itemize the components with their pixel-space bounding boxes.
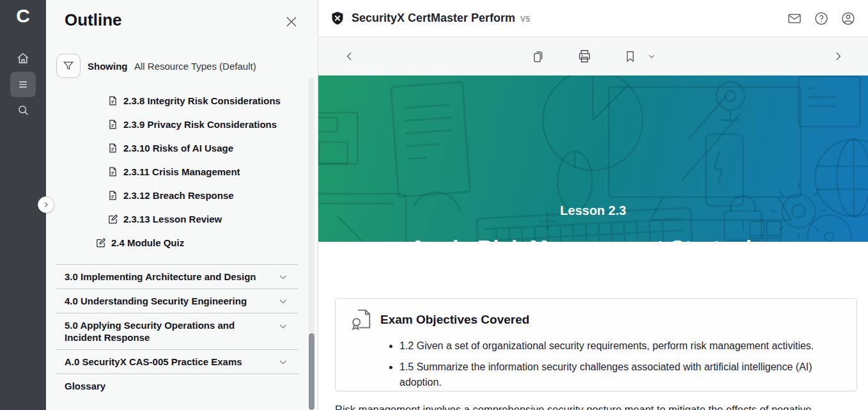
chevron-down-icon bbox=[278, 296, 288, 306]
exam-objectives-title: Exam Objectives Covered bbox=[380, 313, 529, 327]
filter-showing-label: Showing bbox=[88, 61, 128, 72]
document-icon bbox=[107, 119, 118, 130]
hero-lesson-title: Apply Risk Management Strategies bbox=[318, 235, 868, 242]
outline-item[interactable]: 2.3.13 Lesson Review bbox=[46, 207, 318, 231]
section-row[interactable]: 5.0 Applying Security Operations and Inc… bbox=[46, 313, 318, 349]
help-icon bbox=[814, 11, 829, 26]
outline-item[interactable]: 2.3.11 Crisis Management bbox=[46, 160, 318, 184]
prev-page-button[interactable] bbox=[344, 51, 355, 62]
panel-expand-button[interactable] bbox=[38, 196, 54, 213]
home-button[interactable] bbox=[10, 45, 36, 71]
bookmark-icon bbox=[623, 49, 637, 63]
chevron-right-icon bbox=[43, 201, 49, 208]
edit-icon bbox=[107, 214, 118, 225]
outline-panel: Outline Showing All Resource Types (Defa… bbox=[46, 0, 318, 410]
lesson-paragraph: Risk management involves a comprehensive… bbox=[335, 402, 859, 410]
objective-item: 1.2 Given a set of organizational securi… bbox=[399, 338, 841, 354]
app-header: SecurityX CertMaster Perform V5 bbox=[318, 0, 868, 37]
menu-icon bbox=[17, 78, 29, 91]
app-title: SecurityX CertMaster Perform bbox=[352, 12, 515, 25]
document-icon bbox=[107, 190, 118, 201]
search-button[interactable] bbox=[10, 97, 36, 123]
filter-funnel-icon bbox=[62, 59, 75, 72]
exam-objectives-box: Exam Objectives Covered 1.2 Given a set … bbox=[335, 298, 857, 391]
document-icon bbox=[107, 166, 118, 177]
app-version: V5 bbox=[520, 15, 531, 24]
outline-item[interactable]: 2.3.10 Risks of AI Usage bbox=[46, 136, 318, 160]
outline-scrollbar-track[interactable] bbox=[309, 77, 314, 410]
filter-value[interactable]: All Resource Types (Default) bbox=[134, 61, 256, 72]
outline-close-button[interactable] bbox=[284, 14, 299, 29]
filter-button[interactable] bbox=[56, 54, 81, 78]
outline-sections: 3.0 Implementing Architecture and Design… bbox=[46, 264, 318, 398]
section-row[interactable]: 4.0 Understanding Security Engineering bbox=[46, 289, 318, 313]
left-rail: C bbox=[0, 0, 46, 410]
search-icon bbox=[17, 104, 30, 117]
objective-item: 1.5 Summarize the information security c… bbox=[399, 359, 841, 390]
outline-item[interactable]: 2.3.8 Integrity Risk Considerations bbox=[46, 89, 318, 113]
outline-scrollbar-thumb[interactable] bbox=[309, 333, 314, 410]
chevron-down-icon bbox=[647, 52, 656, 61]
close-icon bbox=[284, 14, 299, 29]
app-window: C Outline bbox=[0, 0, 868, 410]
main-panel: SecurityX CertMaster Perform V5 bbox=[318, 0, 868, 410]
chevron-down-icon bbox=[278, 357, 288, 367]
section-row-glossary[interactable]: Glossary bbox=[46, 374, 318, 398]
chevron-left-icon bbox=[344, 51, 355, 62]
copy-button[interactable] bbox=[531, 49, 546, 64]
print-icon bbox=[577, 49, 593, 65]
mail-button[interactable] bbox=[786, 10, 803, 27]
outline-item[interactable]: 2.4 Module Quiz bbox=[46, 231, 318, 255]
chevron-down-icon bbox=[278, 272, 288, 282]
home-icon bbox=[16, 51, 30, 65]
bookmark-button[interactable] bbox=[623, 49, 637, 63]
hero-lesson-label: Lesson 2.3 bbox=[318, 203, 868, 218]
outline-item[interactable]: 2.3.12 Breach Response bbox=[46, 184, 318, 207]
comptia-logo: C bbox=[0, 5, 46, 27]
outline-menu-button[interactable] bbox=[10, 72, 36, 97]
next-page-button[interactable] bbox=[832, 51, 844, 62]
bookmark-group bbox=[623, 49, 656, 63]
section-row[interactable]: 3.0 Implementing Architecture and Design bbox=[46, 265, 318, 288]
print-button[interactable] bbox=[577, 49, 593, 65]
toolbar-center-group bbox=[531, 49, 656, 65]
section-row[interactable]: A.0 SecurityX CAS-005 Practice Exams bbox=[46, 350, 318, 374]
outline-item[interactable]: 2.3.9 Privacy Risk Considerations bbox=[46, 113, 318, 136]
lesson-hero-banner: Lesson 2.3 Apply Risk Management Strateg… bbox=[318, 75, 868, 242]
certificate-document-icon bbox=[351, 308, 372, 331]
shield-icon bbox=[330, 11, 345, 26]
account-button[interactable] bbox=[840, 10, 856, 27]
document-icon bbox=[107, 143, 118, 154]
exam-objectives-list: 1.2 Given a set of organizational securi… bbox=[351, 338, 841, 390]
copy-icon bbox=[531, 49, 546, 64]
outline-list: 2.3.8 Integrity Risk Considerations 2.3.… bbox=[46, 89, 318, 255]
mail-icon bbox=[787, 11, 802, 26]
outline-title: Outline bbox=[65, 10, 122, 30]
account-icon bbox=[841, 11, 856, 26]
help-button[interactable] bbox=[813, 10, 830, 27]
document-icon bbox=[107, 95, 118, 106]
lesson-content: Exam Objectives Covered 1.2 Given a set … bbox=[318, 242, 868, 410]
lesson-toolbar bbox=[318, 37, 868, 75]
chevron-right-icon bbox=[832, 51, 844, 62]
bookmark-dropdown-button[interactable] bbox=[647, 52, 656, 61]
chevron-down-icon bbox=[278, 321, 288, 331]
edit-icon bbox=[95, 237, 106, 248]
